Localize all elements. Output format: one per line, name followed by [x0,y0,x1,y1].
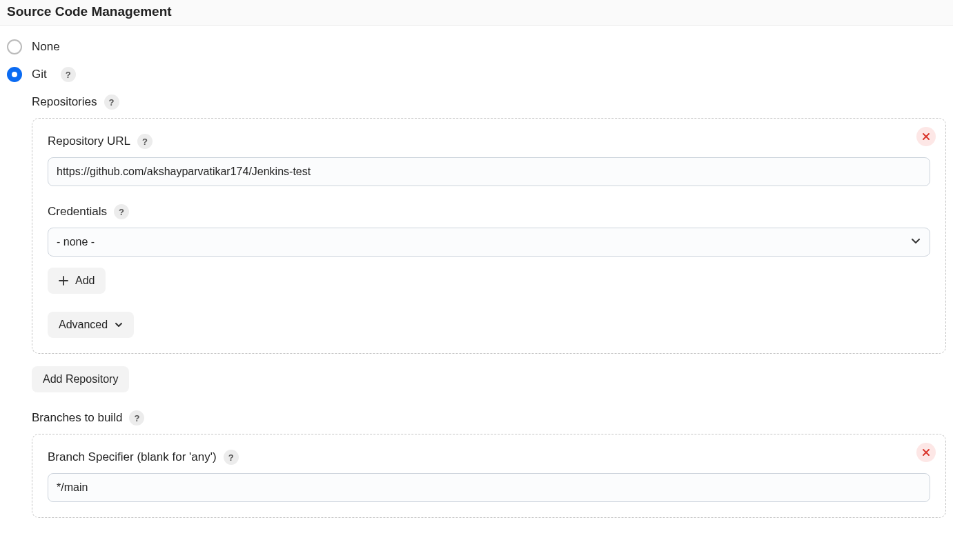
repositories-label: Repositories ? [32,94,946,110]
add-credentials-label: Add [75,274,95,287]
branch-specifier-field: Branch Specifier (blank for 'any') ? [48,450,930,502]
scm-content: None Git ? Repositories ? Repository URL… [0,26,953,537]
plus-icon [59,276,68,286]
credentials-select-wrap: - none - [48,228,930,257]
scm-option-git[interactable]: Git ? [7,67,946,82]
branch-specifier-label-text: Branch Specifier (blank for 'any') [48,450,217,464]
credentials-select[interactable]: - none - [48,228,930,257]
help-icon[interactable]: ? [104,94,119,110]
add-credentials-button[interactable]: Add [48,268,106,294]
repo-url-input[interactable] [48,157,930,186]
repo-url-field: Repository URL ? [48,134,930,186]
scm-none-label: None [32,40,60,54]
add-repository-button[interactable]: Add Repository [32,366,129,392]
close-icon [922,132,930,141]
branch-specifier-label: Branch Specifier (blank for 'any') ? [48,450,930,465]
credentials-label: Credentials ? [48,204,930,219]
section-title: Source Code Management [0,0,953,26]
chevron-down-icon [115,321,123,329]
branches-label-text: Branches to build [32,411,122,425]
help-icon[interactable]: ? [129,410,144,426]
radio-icon[interactable] [7,67,22,82]
remove-branch-button[interactable] [916,443,936,462]
help-icon[interactable]: ? [114,204,129,219]
help-icon[interactable]: ? [224,450,239,465]
branch-specifier-input[interactable] [48,473,930,502]
git-config-body: Repositories ? Repository URL ? Credenti [7,94,946,518]
repo-url-label: Repository URL ? [48,134,930,149]
advanced-toggle-button[interactable]: Advanced [48,312,134,338]
branch-block: Branch Specifier (blank for 'any') ? [32,434,946,518]
close-icon [922,448,930,457]
remove-repository-button[interactable] [916,127,936,146]
advanced-label: Advanced [59,319,108,331]
credentials-label-text: Credentials [48,205,107,219]
scm-git-label: Git [32,68,47,81]
branches-label: Branches to build ? [32,410,946,426]
help-icon[interactable]: ? [61,67,76,82]
add-repository-label: Add Repository [43,373,118,386]
advanced-block: Advanced [48,312,930,338]
repository-block: Repository URL ? Credentials ? - none - [32,118,946,354]
scm-option-none[interactable]: None [7,39,946,54]
credentials-field: Credentials ? - none - [48,204,930,294]
help-icon[interactable]: ? [137,134,153,149]
radio-icon[interactable] [7,39,22,54]
repo-url-label-text: Repository URL [48,134,130,148]
repositories-label-text: Repositories [32,95,97,109]
